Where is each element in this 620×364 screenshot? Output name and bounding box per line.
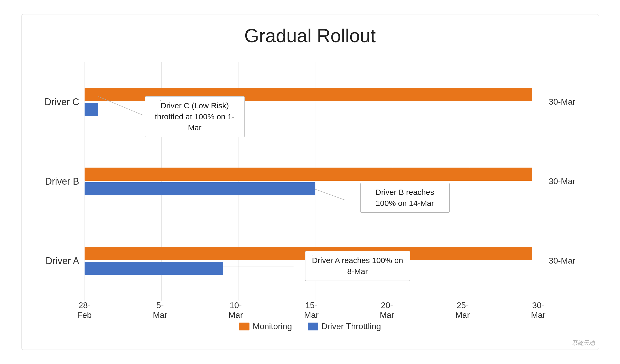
driver-b-monitoring-track bbox=[85, 168, 546, 181]
driver-a-throttling-bar bbox=[85, 262, 223, 275]
driver-b-row bbox=[85, 153, 546, 210]
chart-container: Gradual Rollout Driver C Driver B Driver… bbox=[21, 14, 599, 350]
y-label-b: Driver B bbox=[43, 176, 85, 187]
x-label-15mar: 15-Mar bbox=[304, 301, 319, 320]
legend-label-throttling: Driver Throttling bbox=[321, 322, 381, 331]
x-label-25mar: 25-Mar bbox=[455, 301, 471, 320]
chart-body: Driver C Driver B Driver A bbox=[43, 62, 578, 316]
driver-b-throttling-track bbox=[85, 182, 546, 195]
x-axis: 28-Feb 5-Mar 10-Mar 15-Mar 20-Mar 25-Mar… bbox=[85, 301, 546, 316]
x-label-28feb: 28-Feb bbox=[77, 301, 92, 320]
chart-title: Gradual Rollout bbox=[43, 25, 578, 46]
chart-area: Driver C (Low Risk) throttled at 100% on… bbox=[85, 62, 546, 316]
watermark: 系统天地 bbox=[572, 339, 595, 347]
x-label-5mar: 5-Mar bbox=[152, 301, 168, 320]
legend-label-monitoring: Monitoring bbox=[253, 322, 292, 331]
annotation-driver-a: Driver A reaches 100% on 8-Mar bbox=[305, 251, 410, 281]
legend-swatch-monitoring bbox=[239, 323, 249, 330]
right-label-a: 30-Mar bbox=[549, 256, 578, 266]
x-label-20mar: 20-Mar bbox=[379, 301, 395, 320]
annotation-a-text: Driver A reaches 100% on 8-Mar bbox=[312, 256, 403, 276]
x-label-30mar: 30-Mar bbox=[530, 301, 546, 320]
legend-swatch-throttling bbox=[308, 323, 318, 330]
x-label-10mar: 10-Mar bbox=[228, 301, 244, 320]
legend: Monitoring Driver Throttling bbox=[43, 322, 578, 334]
grid-and-bars: Driver C (Low Risk) throttled at 100% on… bbox=[85, 62, 546, 316]
legend-monitoring: Monitoring bbox=[239, 322, 292, 331]
driver-b-monitoring-bar bbox=[85, 168, 532, 181]
legend-throttling: Driver Throttling bbox=[308, 322, 381, 331]
y-label-c: Driver C bbox=[43, 97, 85, 108]
right-label-b: 30-Mar bbox=[549, 176, 578, 186]
annotation-b-text: Driver B reaches 100% on 14-Mar bbox=[376, 188, 434, 207]
driver-c-throttling-bar bbox=[85, 103, 98, 116]
y-label-a: Driver A bbox=[43, 255, 85, 266]
annotation-driver-c: Driver C (Low Risk) throttled at 100% on… bbox=[145, 96, 245, 137]
annotation-c-text: Driver C (Low Risk) throttled at 100% on… bbox=[155, 101, 235, 132]
driver-b-throttling-bar bbox=[85, 182, 315, 195]
annotation-driver-b: Driver B reaches 100% on 14-Mar bbox=[360, 183, 450, 213]
right-axis: 30-Mar 30-Mar 30-Mar bbox=[546, 62, 578, 316]
y-axis: Driver C Driver B Driver A bbox=[43, 62, 85, 316]
right-label-c: 30-Mar bbox=[549, 97, 578, 107]
